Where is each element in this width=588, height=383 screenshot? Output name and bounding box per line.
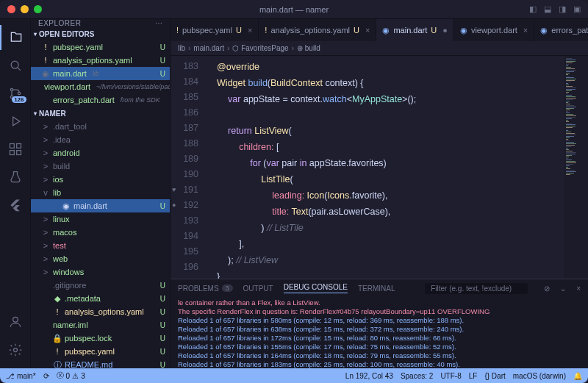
- breadcrumb-item[interactable]: ⬡ FavoritesPage: [232, 44, 288, 52]
- svg-point-0: [11, 61, 18, 68]
- open-editor-item[interactable]: viewport.dart~/fvm/versions/stable/packa…: [31, 80, 170, 93]
- editor-tab[interactable]: ◉main.dartU●: [376, 19, 453, 41]
- tab-terminal[interactable]: TERMINAL: [358, 284, 395, 293]
- folder-item[interactable]: >.dart_tool: [31, 120, 170, 133]
- encoding[interactable]: UTF-8: [440, 372, 461, 380]
- close-dot[interactable]: [7, 5, 15, 13]
- sidebar: EXPLORER ⋯ ▾OPEN EDITORS !pubspec.yamlU!…: [31, 19, 171, 368]
- layout-left-icon[interactable]: ◧: [529, 4, 537, 14]
- notifications-icon[interactable]: 🔔: [573, 372, 582, 380]
- activity-bar: 126: [0, 19, 31, 368]
- breadcrumb-item[interactable]: main.dart: [193, 44, 224, 52]
- panel: PROBLEMS3 OUTPUT DEBUG CONSOLE TERMINAL …: [171, 279, 588, 368]
- svg-rect-5: [16, 144, 21, 148]
- errors-indicator[interactable]: ⓧ 0 ⚠ 3: [57, 371, 85, 381]
- file-item[interactable]: ◆.metadataU: [31, 292, 170, 305]
- debug-console-output[interactable]: le container rather than a Flex, like a …: [171, 297, 588, 368]
- svg-rect-7: [16, 151, 21, 155]
- folder-item[interactable]: >windows: [31, 265, 170, 279]
- svg-rect-4: [10, 144, 14, 148]
- folder-item[interactable]: >.idea: [31, 133, 170, 146]
- panel-tabs: PROBLEMS3 OUTPUT DEBUG CONSOLE TERMINAL …: [171, 279, 588, 297]
- editor-tab[interactable]: !analysis_options.yamlU×: [259, 19, 376, 41]
- file-item[interactable]: ⓘREADME.mdU: [31, 358, 170, 368]
- open-editor-item[interactable]: errors_patch.dartfrom the SDK: [31, 93, 170, 107]
- titlebar: main.dart — namer ◧ ⬓ ◨ ▣: [0, 0, 588, 19]
- open-editors-header[interactable]: ▾OPEN EDITORS: [31, 27, 170, 40]
- debug-icon[interactable]: [0, 109, 31, 134]
- status-bar: ⎇ main* ⟳ ⓧ 0 ⚠ 3 Ln 192, Col 43 Spaces:…: [0, 368, 588, 383]
- scm-badge: 126: [12, 96, 26, 103]
- explorer-header: EXPLORER ⋯: [31, 19, 170, 27]
- branch-indicator[interactable]: ⎇ main*: [6, 372, 36, 380]
- editor-group: !pubspec.yamlU×!analysis_options.yamlU×◉…: [171, 19, 588, 368]
- cursor-position[interactable]: Ln 192, Col 43: [345, 372, 393, 380]
- open-editor-item[interactable]: !pubspec.yamlU: [31, 40, 170, 54]
- editor-tab[interactable]: ◉errors_patch.dart×: [534, 19, 588, 41]
- folder-item[interactable]: >build: [31, 160, 170, 173]
- titlebar-actions: ◧ ⬓ ◨ ▣: [529, 4, 581, 14]
- folder-item[interactable]: vlib: [31, 186, 170, 199]
- minimap[interactable]: [564, 56, 588, 279]
- eol[interactable]: LF: [469, 372, 478, 380]
- explorer-title: EXPLORER: [38, 19, 81, 27]
- file-item[interactable]: ◉main.dartU: [31, 199, 170, 212]
- folder-item[interactable]: >test: [31, 239, 170, 252]
- gear-icon[interactable]: [0, 337, 31, 362]
- file-item[interactable]: .gitignoreU: [31, 279, 170, 292]
- folder-item[interactable]: >android: [31, 146, 170, 160]
- language-mode[interactable]: {} Dart: [484, 372, 505, 380]
- svg-point-9: [13, 348, 17, 352]
- editor-tab[interactable]: ◉viewport.dart×: [454, 19, 534, 41]
- testing-icon[interactable]: [0, 165, 31, 190]
- breadcrumb[interactable]: lib›main.dart›⬡ FavoritesPage›⊕ build: [171, 41, 588, 56]
- account-icon[interactable]: [0, 309, 31, 334]
- clear-icon[interactable]: ⊘: [544, 284, 550, 293]
- min-dot[interactable]: [21, 5, 29, 13]
- scm-icon[interactable]: 126: [0, 81, 31, 106]
- traffic-lights: [7, 5, 42, 13]
- folder-item[interactable]: >macos: [31, 226, 170, 239]
- sync-icon[interactable]: ⟳: [43, 372, 49, 380]
- file-item[interactable]: namer.imlU: [31, 318, 170, 332]
- svg-rect-6: [10, 151, 14, 155]
- flutter-icon[interactable]: [0, 193, 31, 218]
- layout-right-icon[interactable]: ◨: [559, 4, 566, 14]
- layout-bottom-icon[interactable]: ⬓: [544, 4, 551, 14]
- file-item[interactable]: !analysis_options.yamlU: [31, 305, 170, 318]
- breadcrumb-item[interactable]: ⊕ build: [297, 44, 320, 52]
- tab-output[interactable]: OUTPUT: [243, 284, 273, 293]
- folder-item[interactable]: >web: [31, 252, 170, 265]
- open-editor-item[interactable]: !analysis_options.yamlU: [31, 54, 170, 67]
- panel-filter-input[interactable]: Filter (e.g. text, !exclude): [425, 283, 528, 294]
- svg-point-3: [18, 92, 20, 94]
- editor-tab[interactable]: !pubspec.yamlU×: [171, 19, 259, 41]
- problems-badge: 3: [222, 284, 233, 292]
- max-dot[interactable]: [34, 5, 42, 13]
- folder-item[interactable]: >linux: [31, 212, 170, 226]
- open-editor-item[interactable]: ◉main.dartlibU: [31, 67, 170, 80]
- tab-debug-console[interactable]: DEBUG CONSOLE: [284, 283, 348, 293]
- folder-item[interactable]: >ios: [31, 173, 170, 186]
- search-icon[interactable]: [0, 53, 31, 78]
- editor-tabs: !pubspec.yamlU×!analysis_options.yamlU×◉…: [171, 19, 588, 41]
- close-panel-icon[interactable]: ×: [576, 284, 581, 293]
- svg-point-8: [12, 317, 18, 322]
- layout-full-icon[interactable]: ▣: [573, 4, 581, 14]
- file-item[interactable]: !pubspec.yamlU: [31, 345, 170, 358]
- project-header[interactable]: ▾NAMER: [31, 107, 170, 120]
- chevron-up-icon[interactable]: ⌄: [560, 284, 566, 293]
- file-item[interactable]: 🔒pubspec.lockU: [31, 332, 170, 345]
- device[interactable]: macOS (darwin): [513, 372, 566, 380]
- tab-problems[interactable]: PROBLEMS3: [178, 284, 233, 293]
- window-title: main.dart — namer: [259, 5, 329, 14]
- indentation[interactable]: Spaces: 2: [401, 372, 433, 380]
- more-icon[interactable]: ⋯: [155, 19, 163, 27]
- editor[interactable]: 183184185186187188189190191♥192●19319419…: [171, 56, 588, 279]
- svg-point-1: [10, 88, 12, 90]
- breadcrumb-item[interactable]: lib: [178, 44, 185, 52]
- explorer-icon[interactable]: [0, 25, 31, 50]
- extensions-icon[interactable]: [0, 137, 31, 162]
